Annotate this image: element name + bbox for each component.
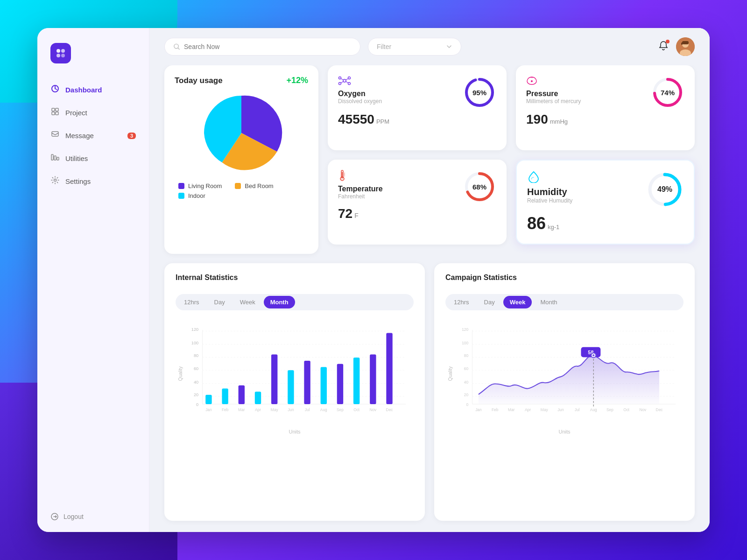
sidebar-logo <box>37 28 149 75</box>
svg-text:Jul: Jul <box>575 407 580 412</box>
legend-dot-living <box>178 183 184 189</box>
filter-week[interactable]: Week <box>233 296 262 308</box>
pressure-icon <box>526 76 537 86</box>
filter-dropdown[interactable]: Filter <box>368 38 461 56</box>
legend-dot-bedroom <box>235 183 241 189</box>
temperature-card: Temperature Fahrenheit 68% <box>328 160 507 245</box>
humidity-card: Humidity Relative Humudity 49% <box>516 160 695 245</box>
oxygen-name: Oxygen <box>338 90 382 98</box>
svg-text:40: 40 <box>194 380 198 385</box>
svg-rect-69 <box>370 355 376 404</box>
svg-rect-68 <box>353 357 359 404</box>
temperature-value: 72 F <box>338 206 496 221</box>
pie-legend: Living Room Bed Room Indoor <box>175 182 308 199</box>
oxygen-percent: 95% <box>472 89 486 97</box>
svg-text:Nov: Nov <box>369 407 377 412</box>
filter-day[interactable]: Day <box>208 296 232 308</box>
svg-rect-12 <box>57 157 59 160</box>
svg-text:100: 100 <box>462 341 468 345</box>
oxygen-subtitle: Dissolved oxygen <box>338 98 382 105</box>
sidebar-item-message[interactable]: Message 3 <box>37 124 149 147</box>
campaign-filter-month[interactable]: Month <box>534 296 564 308</box>
svg-point-23 <box>348 77 351 79</box>
svg-text:Oct: Oct <box>623 407 630 412</box>
settings-icon <box>50 176 60 187</box>
topbar-icons <box>658 37 695 56</box>
logout-label: Logout <box>63 513 84 520</box>
notification-bell[interactable] <box>658 41 669 53</box>
svg-text:Feb: Feb <box>492 407 499 412</box>
bottom-charts: Internal Statistics 12hrs Day Week Month… <box>164 263 695 521</box>
message-badge: 3 <box>127 133 136 139</box>
sidebar-item-utilities[interactable]: Utilities <box>37 147 149 170</box>
oxygen-card: Oxygen Dissolved oxygen 95% <box>328 65 507 150</box>
stats-grid: Oxygen Dissolved oxygen 95% <box>328 65 695 245</box>
dashboard-icon <box>50 84 60 95</box>
pressure-percent: 74% <box>661 89 675 97</box>
filter-12hrs[interactable]: 12hrs <box>177 296 206 308</box>
pressure-name: Pressure <box>526 90 581 98</box>
temperature-subtitle: Fahrenheit <box>338 193 383 200</box>
sidebar-item-project[interactable]: Project <box>37 101 149 124</box>
svg-point-21 <box>343 79 346 82</box>
svg-line-27 <box>346 79 348 80</box>
sidebar-item-settings[interactable]: Settings <box>37 170 149 193</box>
filter-month[interactable]: Month <box>264 296 295 308</box>
legend-indoor: Indoor <box>178 192 205 199</box>
svg-text:Mar: Mar <box>508 407 515 412</box>
svg-line-28 <box>341 82 344 83</box>
search-icon <box>173 43 180 50</box>
humidity-ring: 49% <box>646 171 684 208</box>
user-avatar[interactable] <box>676 37 695 56</box>
svg-rect-5 <box>52 108 55 111</box>
svg-text:Apr: Apr <box>525 407 531 412</box>
campaign-stats-card: Campaign Statistics 12hrs Day Week Month… <box>434 263 695 521</box>
svg-rect-64 <box>288 370 294 404</box>
sidebar-label-dashboard: Dashboard <box>65 86 102 94</box>
oxygen-icon <box>338 76 351 86</box>
search-box[interactable] <box>164 38 360 56</box>
search-input[interactable] <box>184 43 352 50</box>
svg-text:Aug: Aug <box>320 407 327 412</box>
svg-rect-6 <box>56 108 58 111</box>
oxygen-ring: 95% <box>463 76 496 109</box>
logout-button[interactable]: Logout <box>37 501 149 532</box>
legend-label-bedroom: Bed Room <box>245 182 273 189</box>
today-usage-card: Today usage +12% <box>164 65 318 254</box>
campaign-filter-12hrs[interactable]: 12hrs <box>447 296 476 308</box>
sidebar-item-dashboard[interactable]: Dashboard <box>37 78 149 101</box>
logout-icon <box>50 512 59 521</box>
svg-text:80: 80 <box>464 353 469 358</box>
svg-point-102 <box>592 354 594 356</box>
svg-point-25 <box>348 83 351 85</box>
svg-text:Sep: Sep <box>606 407 613 412</box>
campaign-filter-week[interactable]: Week <box>503 296 532 308</box>
today-header: Today usage +12% <box>175 76 308 85</box>
pressure-subtitle: Millimeters of mercury <box>526 98 581 105</box>
svg-rect-61 <box>239 385 245 404</box>
internal-stats-card: Internal Statistics 12hrs Day Week Month… <box>164 263 425 521</box>
svg-text:Dec: Dec <box>386 407 393 412</box>
temperature-icon <box>338 170 346 181</box>
utilities-icon <box>50 153 60 164</box>
pressure-ring: 74% <box>651 76 684 109</box>
svg-text:20: 20 <box>194 392 198 397</box>
svg-point-3 <box>61 54 65 57</box>
humidity-subtitle: Relative Humudity <box>527 197 572 204</box>
svg-text:Sep: Sep <box>337 407 344 412</box>
svg-point-32 <box>531 80 533 82</box>
campaign-filter-day[interactable]: Day <box>478 296 501 308</box>
svg-point-1 <box>61 49 65 53</box>
topbar: Filter <box>149 28 710 65</box>
legend-living-room: Living Room <box>178 182 222 189</box>
campaign-y-axis-label: Quality <box>448 366 453 381</box>
svg-text:Jan: Jan <box>205 407 212 412</box>
internal-bar-chart: 120 100 80 60 40 20 0 <box>187 317 414 429</box>
svg-text:100: 100 <box>191 341 198 345</box>
svg-text:Jun: Jun <box>288 407 294 412</box>
svg-text:120: 120 <box>462 327 468 332</box>
svg-text:0: 0 <box>466 402 468 407</box>
legend-dot-indoor <box>178 193 184 199</box>
temperature-name: Temperature <box>338 185 383 193</box>
temperature-ring: 68% <box>463 170 496 203</box>
